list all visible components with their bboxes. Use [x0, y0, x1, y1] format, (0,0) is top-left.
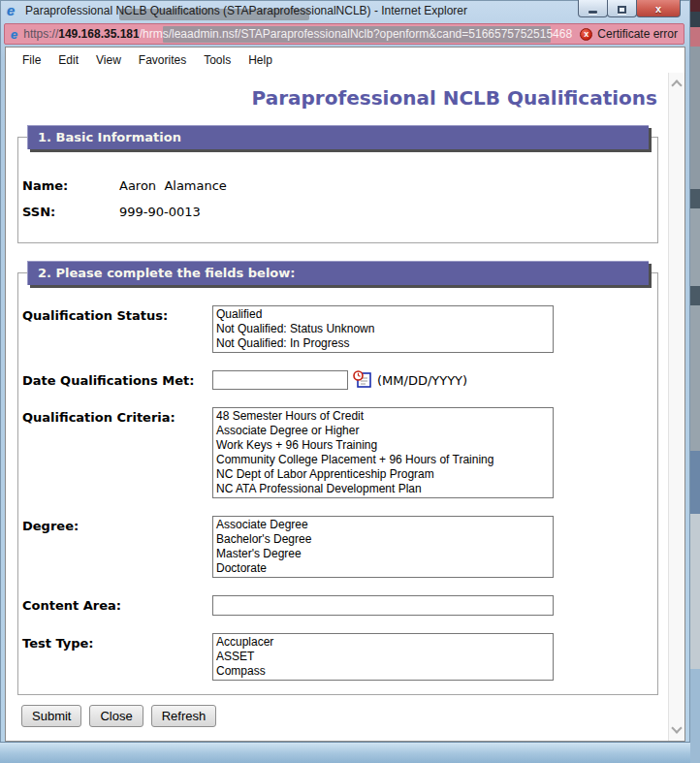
listbox-option[interactable]: ASSET — [213, 650, 553, 664]
menu-item[interactable]: View — [87, 49, 130, 71]
window-title: Paraprofessional NCLB Qualifications (ST… — [25, 4, 467, 17]
refresh-button[interactable]: Refresh — [151, 705, 217, 727]
close-button[interactable]: x — [636, 0, 681, 17]
listbox-option[interactable]: Not Qualified: Status Unknown — [213, 322, 553, 336]
basic-info-section: 1. Basic Information Name: Aaron Alamanc… — [17, 137, 658, 243]
ie-window: e Paraprofessional NCLB Qualifications (… — [0, 0, 690, 763]
submit-button[interactable]: Submit — [21, 705, 81, 727]
listbox-option[interactable]: NC ATA Professional Development Plan — [213, 482, 553, 496]
certificate-error-label: Certificate error — [597, 27, 678, 41]
maximize-button[interactable] — [607, 0, 637, 17]
close-form-button[interactable]: Close — [89, 705, 143, 727]
menu-item[interactable]: File — [14, 49, 49, 71]
window-bottom-frame — [0, 742, 690, 763]
screen: { "window": { "title": "Paraprofessional… — [0, 0, 700, 763]
ie-logo-icon: e — [7, 3, 15, 17]
listbox-option[interactable]: Associate Degree — [213, 518, 553, 532]
url-host: 149.168.35.181 — [58, 27, 139, 41]
menu-item[interactable]: Favorites — [130, 49, 195, 71]
listbox-option[interactable]: NC Dept of Labor Apprenticeship Program — [213, 467, 553, 482]
page-title: Paraprofessional NCLB Qualifications — [6, 86, 657, 110]
content-area-input[interactable] — [212, 595, 554, 616]
window-controls: x — [579, 0, 681, 17]
ssn-value: 999-90-0013 — [119, 205, 201, 219]
qualification-status-label: Qualification Status: — [22, 305, 212, 323]
listbox-option[interactable]: 48 Semester Hours of Credit — [213, 409, 553, 424]
qualification-criteria-row: Qualification Criteria: 48 Semester Hour… — [22, 407, 657, 498]
qualification-criteria-label: Qualification Criteria: — [22, 407, 212, 425]
date-qualifications-met-input[interactable] — [212, 370, 348, 390]
ie-address-icon: e — [11, 27, 17, 42]
qualification-status-row: Qualification Status: QualifiedNot Quali… — [22, 305, 657, 353]
date-qualifications-met-row: Date Qualifications Met: ( — [22, 370, 657, 390]
test-type-row: Test Type: AccuplacerASSETCompass — [22, 633, 657, 681]
minimize-button[interactable] — [578, 0, 608, 17]
test-type-label: Test Type: — [22, 633, 212, 651]
listbox-option[interactable]: Doctorate — [213, 561, 553, 576]
date-picker-icon[interactable] — [353, 370, 371, 388]
degree-listbox[interactable]: Associate DegreeBachelor's DegreeMaster'… — [212, 516, 554, 578]
ssn-label: SSN: — [22, 205, 119, 219]
vertical-scrollbar[interactable] — [668, 73, 684, 741]
listbox-option[interactable]: Not Qualified: In Progress — [213, 336, 553, 351]
section-header-details: 2. Please complete the fields below: — [27, 261, 649, 285]
url-scheme: https:// — [23, 27, 58, 41]
menu-item[interactable]: Edit — [49, 49, 87, 71]
maximize-icon — [618, 6, 626, 14]
listbox-option[interactable]: Master's Degree — [213, 547, 553, 561]
date-qualifications-met-label: Date Qualifications Met: — [22, 370, 212, 388]
page-content: Paraprofessional NCLB Qualifications 1. … — [6, 73, 684, 741]
ssn-row: SSN: 999-90-0013 — [22, 205, 657, 219]
scroll-down-icon[interactable] — [671, 722, 682, 733]
listbox-option[interactable]: Associate Degree or Higher — [213, 424, 553, 438]
listbox-option[interactable]: Qualified — [213, 307, 553, 322]
date-format-hint: (MM/DD/YYYY) — [377, 370, 467, 388]
menu-bar: FileEditViewFavoritesToolsHelp — [6, 48, 684, 73]
qualification-criteria-listbox[interactable]: 48 Semester Hours of CreditAssociate Deg… — [212, 407, 554, 498]
name-row: Name: Aaron Alamance — [22, 178, 657, 193]
name-value: Aaron Alamance — [119, 178, 227, 193]
certificate-error-icon: x — [580, 28, 592, 41]
address-bar[interactable]: e https://149.168.35.181/hrms/leaadmin.n… — [4, 23, 684, 45]
url-path: /hrms/leaadmin.nsf/STAParaprofessionalNc… — [140, 27, 573, 41]
url-text: https://149.168.35.181/hrms/leaadmin.nsf… — [23, 27, 572, 41]
degree-row: Degree: Associate DegreeBachelor's Degre… — [22, 516, 657, 578]
test-type-listbox[interactable]: AccuplacerASSETCompass — [212, 633, 554, 681]
qualification-section: 2. Please complete the fields below: Qua… — [17, 272, 658, 695]
certificate-error-badge[interactable]: x Certificate error — [580, 27, 678, 41]
form-actions: Submit Close Refresh — [21, 705, 684, 727]
minimize-icon — [589, 11, 597, 14]
close-icon: x — [655, 1, 661, 16]
scroll-up-icon[interactable] — [671, 79, 682, 90]
section-header-basic-info: 1. Basic Information — [27, 125, 649, 149]
content-area-row: Content Area: — [22, 595, 657, 616]
menu-item[interactable]: Tools — [195, 49, 239, 71]
content-area-label: Content Area: — [22, 595, 212, 613]
address-bar-row: e https://149.168.35.181/hrms/leaadmin.n… — [0, 21, 690, 47]
listbox-option[interactable]: Compass — [213, 664, 553, 679]
listbox-option[interactable]: Accuplacer — [213, 635, 553, 650]
qualification-status-listbox[interactable]: QualifiedNot Qualified: Status UnknownNo… — [212, 305, 554, 353]
title-bar[interactable]: e Paraprofessional NCLB Qualifications (… — [0, 0, 690, 21]
name-label: Name: — [22, 178, 119, 193]
browser-client-area: FileEditViewFavoritesToolsHelp Paraprofe… — [5, 47, 685, 742]
listbox-option[interactable]: Community College Placement + 96 Hours o… — [213, 453, 553, 467]
listbox-option[interactable]: Bachelor's Degree — [213, 532, 553, 547]
degree-label: Degree: — [22, 516, 212, 533]
listbox-option[interactable]: Work Keys + 96 Hours Training — [213, 438, 553, 453]
menu-item[interactable]: Help — [239, 49, 281, 71]
